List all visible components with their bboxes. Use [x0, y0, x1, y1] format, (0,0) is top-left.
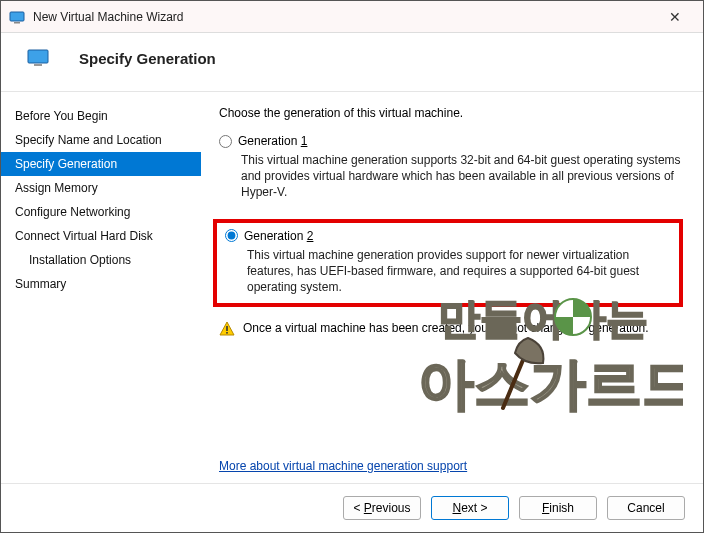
warning-icon	[219, 321, 235, 337]
finish-button[interactable]: Finish	[519, 496, 597, 520]
previous-button[interactable]: < Previous	[343, 496, 421, 520]
svg-rect-3	[34, 64, 42, 66]
svg-rect-5	[226, 332, 228, 334]
app-icon	[9, 9, 25, 25]
generation-1-desc: This virtual machine generation supports…	[241, 152, 683, 201]
window-title: New Virtual Machine Wizard	[33, 10, 655, 24]
sidebar-item-connect-vhd[interactable]: Connect Virtual Hard Disk	[1, 224, 201, 248]
generation-2-desc: This virtual machine generation provides…	[247, 247, 671, 296]
generation-2-label[interactable]: Generation 2	[244, 229, 313, 243]
wizard-content: Choose the generation of this virtual ma…	[201, 92, 703, 483]
prompt-text: Choose the generation of this virtual ma…	[219, 106, 683, 120]
generation-2-highlight: Generation 2 This virtual machine genera…	[213, 219, 683, 308]
wizard-sidebar: Before You Begin Specify Name and Locati…	[1, 92, 201, 483]
wizard-header: Specify Generation	[1, 33, 703, 92]
page-title: Specify Generation	[79, 50, 216, 67]
sidebar-item-installation-options[interactable]: Installation Options	[1, 248, 201, 272]
close-button[interactable]: ✕	[655, 9, 695, 25]
wizard-footer: < Previous Next > Finish Cancel	[1, 483, 703, 532]
generation-1-radio[interactable]	[219, 135, 232, 148]
sidebar-item-specify-name[interactable]: Specify Name and Location	[1, 128, 201, 152]
sidebar-item-summary[interactable]: Summary	[1, 272, 201, 296]
svg-rect-4	[226, 326, 228, 331]
warning-row: Once a virtual machine has been created,…	[219, 321, 683, 337]
generation-2-radio[interactable]	[225, 229, 238, 242]
generation-1-block: Generation 1 This virtual machine genera…	[219, 134, 683, 207]
generation-1-label[interactable]: Generation 1	[238, 134, 307, 148]
svg-rect-2	[28, 50, 48, 63]
sidebar-item-assign-memory[interactable]: Assign Memory	[1, 176, 201, 200]
svg-rect-1	[14, 22, 20, 24]
svg-rect-0	[10, 12, 24, 21]
next-button[interactable]: Next >	[431, 496, 509, 520]
warning-text: Once a virtual machine has been created,…	[243, 321, 649, 335]
monitor-icon	[27, 49, 49, 67]
cancel-button[interactable]: Cancel	[607, 496, 685, 520]
titlebar: New Virtual Machine Wizard ✕	[1, 1, 703, 33]
sidebar-item-configure-networking[interactable]: Configure Networking	[1, 200, 201, 224]
sidebar-item-specify-generation[interactable]: Specify Generation	[1, 152, 201, 176]
sidebar-item-before-you-begin[interactable]: Before You Begin	[1, 104, 201, 128]
more-info-link[interactable]: More about virtual machine generation su…	[219, 459, 683, 473]
wizard-window: New Virtual Machine Wizard ✕ Specify Gen…	[0, 0, 704, 533]
wizard-body: Before You Begin Specify Name and Locati…	[1, 92, 703, 483]
